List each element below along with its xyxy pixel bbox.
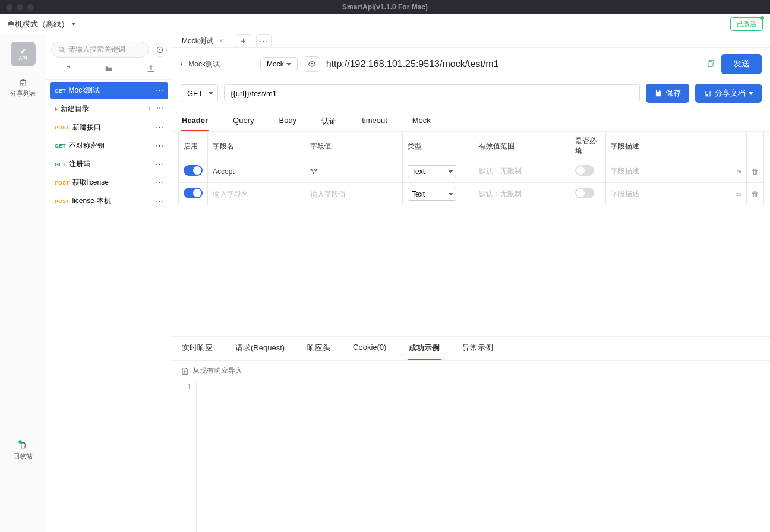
subtab-header[interactable]: Header	[181, 111, 209, 131]
response-tab-3[interactable]: Cookie(0)	[352, 337, 387, 360]
col-range: 有效值范围	[474, 132, 570, 160]
export-icon[interactable]	[147, 65, 155, 75]
tab-more-button[interactable]: ⋯	[256, 34, 272, 48]
api-button[interactable]: API	[11, 42, 36, 66]
tree-item-6[interactable]: POSTlicense-本机⋯	[50, 192, 168, 210]
subtab-mock[interactable]: Mock	[411, 111, 432, 131]
subtab-认证[interactable]: 认证	[320, 111, 338, 131]
close-icon[interactable]: ×	[219, 37, 223, 45]
enable-toggle[interactable]	[184, 165, 203, 176]
response-tabs: 实时响应请求(Request)响应头Cookie(0)成功示例异常示例	[172, 336, 770, 361]
col-enable: 启用	[179, 132, 208, 160]
method-badge: GET	[55, 162, 66, 167]
save-button[interactable]: 保存	[646, 84, 689, 103]
add-tab-button[interactable]: ＋	[236, 34, 251, 48]
sort-icon[interactable]	[63, 65, 71, 75]
code-area[interactable]	[196, 381, 770, 532]
tree-item-label: 获取license	[72, 178, 109, 188]
share-list-button[interactable]: 分享列表	[10, 78, 36, 98]
share-icon	[19, 78, 27, 87]
search-icon	[58, 46, 66, 54]
col-name: 字段名	[208, 132, 305, 160]
minimize-window-icon[interactable]	[17, 4, 23, 11]
chevron-down-icon	[71, 23, 76, 26]
delete-icon[interactable]: 🗑	[752, 167, 759, 176]
more-icon[interactable]: ⋯	[156, 104, 163, 114]
share-label: 分享列表	[10, 89, 36, 98]
send-button[interactable]: 发送	[721, 54, 762, 74]
more-icon[interactable]: ⋯	[156, 123, 163, 132]
desc-text[interactable]: 字段描述	[611, 189, 639, 198]
subtab-query[interactable]: Query	[232, 111, 255, 131]
zoom-window-icon[interactable]	[27, 4, 34, 11]
col-type: 类型	[403, 132, 474, 160]
tree-item-label: 注册码	[69, 159, 90, 169]
range-text[interactable]: 默认：无限制	[479, 189, 522, 198]
field-value-input[interactable]	[310, 190, 397, 198]
tree-item-3[interactable]: GET不对称密钥⋯	[50, 137, 168, 154]
api-label: API	[18, 55, 27, 61]
mode-selector[interactable]: 单机模式（离线）	[7, 19, 76, 30]
subtab-timeout[interactable]: timeout	[361, 111, 389, 131]
example-editor: 1	[172, 381, 770, 532]
api-tree: GETMock测试⋯新建目录＋⋯POST新建接口⋯GET不对称密钥⋯GET注册码…	[46, 80, 172, 213]
close-window-icon[interactable]	[6, 4, 12, 11]
field-name[interactable]: Accept	[213, 167, 235, 176]
tree-item-1[interactable]: 新建目录＋⋯	[50, 100, 168, 118]
tab-mock-test[interactable]: Mock测试 ×	[175, 34, 231, 48]
more-icon[interactable]: ⋯	[156, 86, 163, 95]
menubar: 单机模式（离线） 已激活	[0, 14, 770, 34]
subtab-body[interactable]: Body	[277, 111, 298, 131]
folder-icon[interactable]	[105, 65, 113, 75]
desc-text[interactable]: 字段描述	[611, 167, 639, 175]
required-toggle[interactable]	[575, 188, 594, 198]
chevron-down-icon	[286, 63, 291, 66]
activated-badge[interactable]: 已激活	[730, 17, 763, 31]
trash-label: 回收站	[13, 452, 33, 461]
more-icon[interactable]: ⋯	[156, 178, 163, 187]
enable-toggle[interactable]	[184, 188, 203, 198]
col-required: 是否必填	[570, 132, 606, 160]
method-badge: POST	[55, 125, 70, 131]
more-icon[interactable]: ⋯	[156, 197, 163, 205]
share-doc-button[interactable]: 分享文档	[695, 84, 762, 103]
add-icon[interactable]: ＋	[146, 104, 153, 114]
tree-item-2[interactable]: POST新建接口⋯	[50, 119, 168, 136]
field-name-input[interactable]	[213, 190, 300, 198]
search-settings-button[interactable]	[153, 43, 167, 57]
svg-point-4	[311, 63, 313, 65]
required-toggle[interactable]	[575, 165, 594, 176]
delete-icon[interactable]: 🗑	[752, 190, 759, 198]
type-select[interactable]: Text	[408, 165, 456, 178]
mock-toggle-button[interactable]: Mock	[260, 57, 298, 71]
search-input[interactable]: 请输入搜索关键词	[51, 42, 149, 58]
response-tab-5[interactable]: 异常示例	[461, 337, 494, 360]
more-icon[interactable]: ⋯	[156, 160, 163, 169]
tree-item-0[interactable]: GETMock测试⋯	[50, 82, 168, 99]
method-badge: POST	[55, 180, 70, 186]
method-select[interactable]: GET	[181, 84, 218, 102]
method-badge: GET	[55, 88, 66, 94]
more-icon[interactable]: ⋯	[156, 141, 163, 150]
eye-icon	[308, 60, 316, 68]
url-input[interactable]	[224, 84, 640, 102]
response-tab-4[interactable]: 成功示例	[408, 337, 441, 360]
tree-item-4[interactable]: GET注册码⋯	[50, 156, 168, 173]
response-tab-2[interactable]: 响应头	[306, 337, 332, 360]
line-number: 1	[181, 381, 196, 532]
breadcrumb: / Mock测试	[181, 59, 254, 69]
response-tab-1[interactable]: 请求(Request)	[234, 337, 286, 360]
field-value[interactable]: */*	[310, 167, 318, 176]
link-icon[interactable]: ∞	[736, 190, 741, 198]
tree-item-5[interactable]: POST获取license⋯	[50, 174, 168, 191]
copy-icon[interactable]	[707, 59, 715, 69]
breadcrumb-item[interactable]: Mock测试	[188, 60, 220, 68]
range-text[interactable]: 默认：无限制	[479, 167, 522, 175]
preview-button[interactable]	[304, 56, 320, 72]
import-from-response-button[interactable]: 从现有响应导入	[172, 361, 770, 381]
link-icon[interactable]: ∞	[736, 167, 741, 176]
request-row: GET 保存 分享文档	[172, 80, 770, 111]
recycle-bin-button[interactable]: 回收站	[13, 441, 33, 461]
response-tab-0[interactable]: 实时响应	[181, 337, 214, 360]
type-select[interactable]: Text	[408, 188, 456, 201]
